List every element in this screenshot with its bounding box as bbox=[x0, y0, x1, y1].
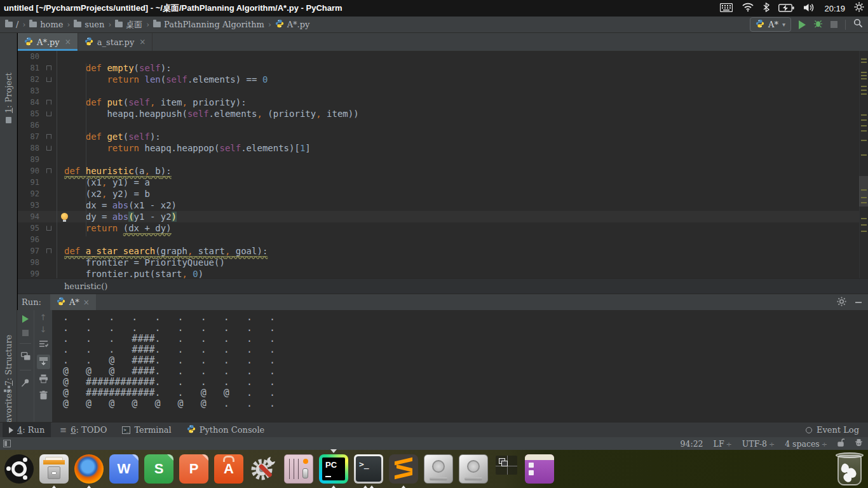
dock-item-wps-presentation[interactable]: P bbox=[179, 454, 208, 484]
run-button[interactable] bbox=[799, 20, 806, 29]
dock-item-ubuntu-software[interactable]: A bbox=[214, 454, 243, 484]
breadcrumb-item[interactable]: suen bbox=[74, 20, 104, 29]
warning-stripe-mark[interactable] bbox=[861, 231, 867, 232]
toolwindow-quick-access-icon[interactable] bbox=[3, 440, 11, 447]
stripe-button-project[interactable]: 1: Project bbox=[4, 72, 13, 123]
dock-item-sublime-text[interactable] bbox=[389, 454, 418, 484]
close-icon[interactable]: × bbox=[139, 37, 146, 46]
pin-icon[interactable] bbox=[21, 377, 30, 390]
close-icon[interactable]: × bbox=[83, 298, 90, 307]
debug-button[interactable] bbox=[813, 18, 823, 30]
editor-line-99[interactable]: 99 frontier.put(start, 0) bbox=[18, 268, 868, 278]
fold-start-icon[interactable] bbox=[46, 248, 51, 254]
editor-line-93[interactable]: 93 dx = abs(x1 - x2) bbox=[18, 200, 868, 211]
soft-wrap-icon[interactable] bbox=[39, 338, 48, 350]
toolwindow-button-terminal[interactable]: >_Terminal bbox=[116, 423, 177, 438]
dock-item-files[interactable] bbox=[39, 454, 69, 484]
editor-line-88[interactable]: 88 return heapq.heappop(self.elements)[1… bbox=[18, 142, 868, 154]
console-output-area[interactable]: . . . . . . . . . . . . . . . . . . . . … bbox=[52, 310, 868, 422]
scroll-to-end-icon[interactable] bbox=[37, 355, 50, 369]
warning-stripe-mark[interactable] bbox=[861, 72, 867, 73]
hide-panel-icon[interactable] bbox=[855, 302, 862, 303]
editor-tab-A*.py[interactable]: A*.py× bbox=[18, 33, 78, 51]
editor-line-83[interactable]: 83 bbox=[18, 85, 868, 97]
editor-line-87[interactable]: 87 def get(self): bbox=[18, 131, 868, 142]
keyboard-icon[interactable] bbox=[720, 3, 733, 15]
lock-icon[interactable] bbox=[837, 438, 844, 449]
warning-stripe-mark[interactable] bbox=[861, 140, 867, 141]
warning-stripe-mark[interactable] bbox=[861, 197, 867, 198]
rerun-button[interactable] bbox=[22, 315, 29, 323]
dock-item-wps-writer[interactable]: W bbox=[109, 454, 139, 484]
editor-tab-a_star.py[interactable]: a_star.py× bbox=[78, 33, 153, 51]
editor-line-81[interactable]: 81 def empty(self): bbox=[18, 62, 868, 74]
session-gear-icon[interactable] bbox=[854, 2, 864, 15]
intention-bulb-icon[interactable] bbox=[61, 213, 68, 220]
fold-start-icon[interactable] bbox=[46, 134, 51, 139]
editor-line-89[interactable]: 89 bbox=[18, 154, 868, 165]
warning-stripe-mark[interactable] bbox=[861, 130, 867, 132]
dock-item-audio-mixer[interactable] bbox=[284, 454, 313, 484]
warning-stripe-mark[interactable] bbox=[861, 93, 867, 95]
dock-item-terminal[interactable]: >_ bbox=[354, 454, 383, 484]
breadcrumb-item[interactable]: / bbox=[5, 20, 18, 29]
up-stack-trace-icon[interactable]: ↑ bbox=[40, 314, 47, 322]
warning-stripe-mark[interactable] bbox=[861, 75, 867, 76]
volume-icon[interactable] bbox=[803, 3, 815, 15]
dock-item-workspace-switcher[interactable] bbox=[494, 454, 519, 484]
warning-stripe-mark[interactable] bbox=[861, 202, 867, 203]
editor-line-86[interactable]: 86 bbox=[18, 119, 868, 131]
warning-stripe-mark[interactable] bbox=[861, 114, 867, 116]
clock[interactable]: 20:19 bbox=[824, 4, 845, 13]
editor-line-91[interactable]: 91 (x1, y1) = a bbox=[18, 177, 868, 188]
warning-stripe-mark[interactable] bbox=[861, 62, 867, 63]
editor-line-94[interactable]: 94 dy = abs(y1 - y2) bbox=[18, 211, 868, 222]
fold-end-icon[interactable] bbox=[46, 77, 51, 82]
settings-gear-icon[interactable] bbox=[837, 297, 846, 308]
warning-stripe-mark[interactable] bbox=[861, 90, 867, 91]
restore-layout-icon[interactable] bbox=[21, 351, 31, 363]
wifi-icon[interactable] bbox=[742, 3, 754, 15]
stripe-button-structure[interactable]: 7: Structure bbox=[4, 335, 13, 392]
warning-stripe-mark[interactable] bbox=[861, 189, 867, 191]
warning-stripe-mark[interactable] bbox=[861, 78, 867, 79]
system-top-bar[interactable]: untitled [~/PycharmProjects/untitled] - … bbox=[0, 0, 868, 17]
clear-console-trash-icon[interactable] bbox=[39, 390, 48, 402]
inspector-hector-icon[interactable] bbox=[855, 438, 863, 449]
editor-line-85[interactable]: 85 heapq.heappush(self.elements, (priori… bbox=[18, 108, 868, 119]
editor-line-96[interactable]: 96 bbox=[18, 234, 868, 245]
breadcrumb-method[interactable]: heuristic() bbox=[64, 281, 107, 291]
dock-item-drive-1[interactable] bbox=[424, 454, 453, 484]
dock-item-system-settings[interactable] bbox=[249, 454, 278, 484]
dock-item-drive-2[interactable] bbox=[459, 454, 488, 484]
warning-stripe-mark[interactable] bbox=[861, 119, 867, 121]
dock-item-trash[interactable] bbox=[837, 455, 862, 485]
bluetooth-icon[interactable] bbox=[763, 3, 770, 15]
fold-start-icon[interactable] bbox=[46, 65, 51, 71]
warning-stripe-mark[interactable] bbox=[861, 154, 867, 156]
close-icon[interactable]: × bbox=[65, 37, 71, 46]
editor-line-98[interactable]: 98 frontier = PriorityQueue() bbox=[18, 257, 868, 268]
down-stack-trace-icon[interactable]: ↓ bbox=[40, 326, 47, 334]
editor-line-80[interactable]: 80 bbox=[18, 51, 868, 62]
battery-charging-icon[interactable] bbox=[778, 3, 794, 15]
warning-stripe-mark[interactable] bbox=[861, 218, 867, 219]
warning-stripe-mark[interactable] bbox=[861, 224, 867, 226]
toolwindow-button-python-console[interactable]: Python Console bbox=[180, 423, 271, 438]
fold-end-icon[interactable] bbox=[46, 111, 51, 116]
editor-line-97[interactable]: 97def a_star_search(graph, start, goal): bbox=[18, 245, 868, 257]
fold-start-icon[interactable] bbox=[46, 168, 51, 173]
fold-end-icon[interactable] bbox=[46, 146, 51, 151]
line-separator-select[interactable]: LF bbox=[714, 439, 732, 449]
stop-process-button[interactable] bbox=[22, 330, 29, 336]
fold-start-icon[interactable] bbox=[46, 100, 51, 105]
stop-button[interactable] bbox=[831, 21, 837, 28]
editor-line-95[interactable]: 95 return (dx + dy) bbox=[18, 222, 868, 234]
warning-stripe-mark[interactable] bbox=[861, 86, 867, 87]
indent-select[interactable]: 4 spaces bbox=[785, 439, 827, 449]
print-icon[interactable] bbox=[39, 374, 48, 386]
event-log-button[interactable]: Event Log bbox=[806, 425, 859, 435]
dock-item-ubuntu-dash[interactable] bbox=[4, 454, 34, 484]
warning-stripe-mark[interactable] bbox=[861, 58, 867, 60]
dock-item-package-manager[interactable] bbox=[525, 454, 554, 484]
